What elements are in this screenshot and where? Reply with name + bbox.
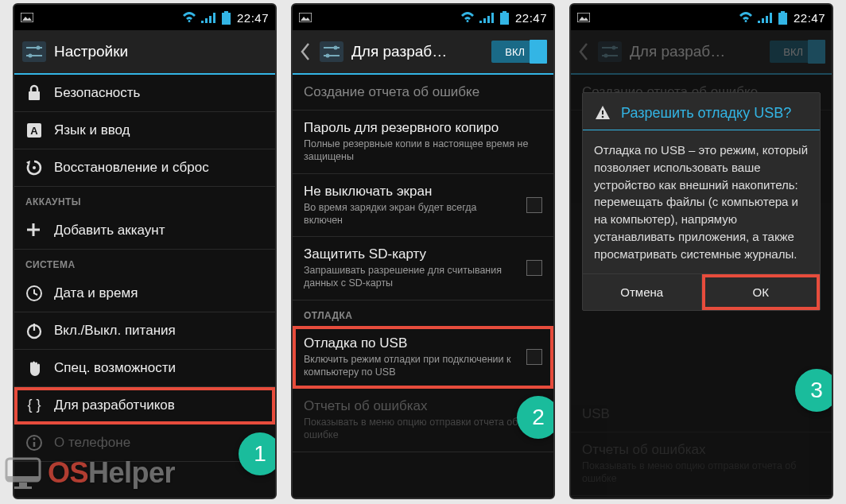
signal-icon	[201, 12, 215, 24]
phone-screen-2: 22:47 Для разраб… ВКЛ Создание отчета об…	[291, 3, 555, 499]
dialog-cancel-button[interactable]: Отмена	[583, 274, 702, 310]
warning-icon	[594, 104, 611, 122]
section-debug: ОТЛАДКА	[293, 300, 553, 326]
row-stay-awake[interactable]: Не выключать экран Во время зарядки экра…	[293, 174, 553, 238]
developer-switch[interactable]: ВКЛ	[491, 41, 545, 63]
dialog-title: Разрешить отладку USB?	[621, 105, 791, 122]
action-bar: Для разраб… ВКЛ	[571, 30, 832, 75]
settings-icon	[320, 41, 343, 62]
hand-icon	[25, 359, 43, 377]
step-badge-2: 2	[517, 396, 555, 439]
status-bar: 22:47	[14, 5, 275, 30]
row-usb-debugging[interactable]: Отладка по USB Включить режим отладки пр…	[293, 326, 553, 390]
usb-debug-dialog: Разрешить отладку USB? Отладка по USB – …	[582, 92, 821, 311]
step-badge-1: 1	[239, 432, 277, 475]
phone-screen-1: 22:47 Настройки Безопасность Язык и ввод…	[13, 3, 277, 499]
dialog-body: Отладка по USB – это режим, который позв…	[583, 130, 820, 273]
row-accessibility[interactable]: Спец. возможности	[14, 350, 275, 387]
action-bar: Для разраб… ВКЛ	[293, 30, 553, 75]
row-language[interactable]: Язык и ввод	[14, 112, 275, 149]
checkbox[interactable]	[526, 197, 542, 213]
settings-icon	[22, 41, 46, 62]
status-bar: 22:47	[571, 5, 832, 30]
wifi-icon	[182, 11, 196, 24]
picture-icon	[21, 13, 33, 22]
picture-icon	[577, 13, 590, 22]
page-title: Для разраб…	[351, 43, 483, 60]
signal-icon	[479, 12, 494, 24]
info-icon	[25, 434, 43, 452]
monitor-icon	[5, 457, 41, 489]
row-add-account[interactable]: Добавить аккаунт	[14, 212, 275, 250]
row-restore[interactable]: Восстановление и сброс	[14, 149, 275, 187]
phone-screen-3: 22:47 Для разраб… ВКЛ Создание отчета об…	[569, 3, 833, 499]
clock: 22:47	[794, 11, 825, 25]
row-backup-password[interactable]: Пароль для резервного копиро Полные резе…	[293, 110, 553, 174]
watermark: OSHelper	[5, 456, 175, 490]
checkbox[interactable]	[526, 260, 542, 276]
action-bar: Настройки	[14, 30, 275, 75]
back-button[interactable]	[301, 42, 312, 61]
clock: 22:47	[515, 11, 547, 25]
wifi-icon	[460, 11, 475, 24]
page-title: Настройки	[54, 43, 267, 60]
battery-icon	[499, 11, 510, 25]
row-usb-bg: USB	[571, 397, 832, 432]
plus-icon	[25, 222, 43, 239]
dialog-ok-button[interactable]: ОК	[702, 274, 821, 310]
section-system: СИСТЕМА	[14, 250, 275, 275]
clock-icon	[25, 285, 43, 302]
developer-list[interactable]: Создание отчета об ошибке Пароль для рез…	[293, 75, 553, 498]
language-icon	[25, 122, 43, 139]
row-datetime[interactable]: Дата и время	[14, 275, 275, 312]
clock: 22:47	[237, 11, 269, 25]
wifi-icon	[739, 11, 753, 24]
picture-icon	[299, 13, 312, 22]
row-developer-options[interactable]: Для разработчиков	[14, 387, 275, 425]
battery-icon	[220, 11, 232, 25]
page-title: Для разраб…	[630, 43, 762, 60]
checkbox[interactable]	[526, 349, 542, 365]
settings-icon	[598, 41, 622, 62]
lock-icon	[25, 84, 43, 102]
power-icon	[25, 322, 43, 339]
status-bar: 22:47	[293, 5, 553, 30]
back-button[interactable]	[579, 42, 590, 61]
row-bug-reports-bg: Отчеты об ошибках Показывать в меню опци…	[571, 432, 832, 496]
settings-list[interactable]: Безопасность Язык и ввод Восстановление …	[14, 75, 275, 498]
row-bug-report[interactable]: Создание отчета об ошибке	[293, 75, 553, 110]
row-bug-reports[interactable]: Отчеты об ошибках Показывать в меню опци…	[293, 389, 553, 452]
row-security[interactable]: Безопасность	[14, 75, 275, 112]
braces-icon	[25, 397, 43, 414]
developer-switch[interactable]: ВКЛ	[770, 41, 824, 63]
row-protect-sd[interactable]: Защитить SD-карту Запрашивать разрешение…	[293, 237, 553, 300]
row-power[interactable]: Вкл./Выкл. питания	[14, 312, 275, 350]
signal-icon	[758, 12, 772, 24]
restore-icon	[25, 159, 43, 176]
battery-icon	[777, 11, 789, 25]
section-accounts: АККАУНТЫ	[14, 187, 275, 212]
step-badge-3: 3	[795, 369, 833, 412]
